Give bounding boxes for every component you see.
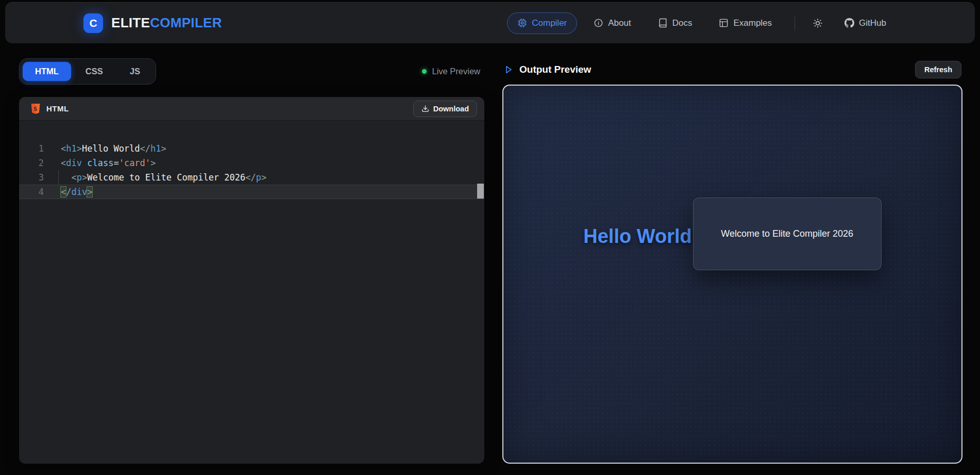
brand[interactable]: C ELITECOMPILER bbox=[83, 13, 222, 33]
live-dot-icon bbox=[422, 69, 427, 74]
nav-item-github[interactable]: GitHub bbox=[834, 12, 897, 34]
code-lines: 1<h1>Hello World</h1>2<div class='card'>… bbox=[19, 141, 484, 199]
code-line[interactable]: 2<div class='card'> bbox=[19, 156, 484, 170]
preview-heading: Hello World bbox=[583, 225, 691, 248]
download-button-label: Download bbox=[433, 105, 469, 113]
tab-js[interactable]: JS bbox=[117, 62, 153, 81]
tab-html[interactable]: HTML bbox=[23, 62, 71, 81]
nav-item-label: About bbox=[608, 18, 631, 28]
code-editor[interactable]: 1<h1>Hello World</h1>2<div class='card'>… bbox=[19, 121, 484, 464]
cpu-icon bbox=[517, 18, 527, 28]
line-number: 1 bbox=[19, 141, 44, 156]
nav-divider bbox=[795, 16, 795, 30]
nav-item-label: Compiler bbox=[532, 18, 567, 28]
live-preview-label: Live Preview bbox=[432, 67, 480, 76]
editor-panel: 5 HTML Download 1<h1>Hello World</h1>2<d… bbox=[19, 97, 484, 464]
editor-title: 5 HTML bbox=[30, 103, 69, 114]
nav-item-label: Docs bbox=[672, 18, 692, 28]
svg-text:5: 5 bbox=[34, 105, 37, 111]
nav-item-label: GitHub bbox=[859, 18, 886, 28]
book-icon bbox=[658, 18, 668, 28]
line-number: 2 bbox=[19, 156, 44, 170]
editor-controls-row: HTML CSS JS Live Preview bbox=[19, 58, 484, 85]
play-icon bbox=[503, 64, 514, 75]
output-column: Output Preview Refresh Hello World Welco… bbox=[502, 58, 962, 464]
logo-badge: C bbox=[83, 13, 103, 33]
code-line[interactable]: 1<h1>Hello World</h1> bbox=[19, 141, 484, 156]
editor-column: HTML CSS JS Live Preview 5 HTML bbox=[19, 58, 484, 464]
output-title: Output Preview bbox=[503, 64, 591, 75]
theme-toggle-button[interactable] bbox=[807, 14, 828, 32]
download-button[interactable]: Download bbox=[413, 101, 477, 117]
html5-icon: 5 bbox=[30, 103, 41, 114]
preview-content: Hello World Welcome to Elite Compiler 20… bbox=[583, 198, 881, 270]
nav-links: Compiler About Docs Examples bbox=[507, 12, 897, 34]
main-content: HTML CSS JS Live Preview 5 HTML bbox=[0, 43, 980, 475]
output-title-label: Output Preview bbox=[519, 64, 591, 75]
brand-name-secondary: COMPILER bbox=[150, 15, 222, 30]
sun-icon bbox=[813, 18, 823, 28]
output-header: Output Preview Refresh bbox=[502, 58, 962, 81]
brand-name: ELITECOMPILER bbox=[111, 15, 222, 31]
live-preview-indicator: Live Preview bbox=[422, 67, 480, 76]
editor-header: 5 HTML Download bbox=[19, 97, 484, 121]
line-number: 3 bbox=[19, 170, 44, 185]
nav-item-compiler[interactable]: Compiler bbox=[507, 12, 577, 34]
refresh-button[interactable]: Refresh bbox=[915, 61, 961, 78]
nav-item-label: Examples bbox=[733, 18, 772, 28]
navbar: C ELITECOMPILER Compiler About Docs bbox=[5, 2, 975, 43]
nav-item-examples[interactable]: Examples bbox=[708, 12, 782, 34]
layout-icon bbox=[719, 18, 729, 28]
nav-item-about[interactable]: About bbox=[583, 12, 641, 34]
code-line[interactable]: 3 <p>Welcome to Elite Compiler 2026</p> bbox=[19, 170, 484, 185]
editor-scrollbar-thumb[interactable] bbox=[477, 184, 484, 199]
nav-item-docs[interactable]: Docs bbox=[648, 12, 703, 34]
code-line[interactable]: 4</div> bbox=[19, 185, 484, 199]
output-preview-panel: Hello World Welcome to Elite Compiler 20… bbox=[502, 85, 962, 464]
preview-card: Welcome to Elite Compiler 2026 bbox=[693, 198, 882, 270]
github-icon bbox=[844, 18, 854, 28]
line-number: 4 bbox=[19, 185, 44, 199]
editor-title-label: HTML bbox=[46, 104, 69, 113]
download-icon bbox=[421, 105, 429, 112]
tab-css[interactable]: CSS bbox=[73, 62, 115, 81]
logo-letter: C bbox=[89, 17, 97, 29]
brand-name-primary: ELITE bbox=[111, 15, 150, 30]
editor-tabs: HTML CSS JS bbox=[19, 58, 156, 85]
preview-card-text: Welcome to Elite Compiler 2026 bbox=[721, 228, 853, 239]
info-icon bbox=[594, 18, 603, 28]
